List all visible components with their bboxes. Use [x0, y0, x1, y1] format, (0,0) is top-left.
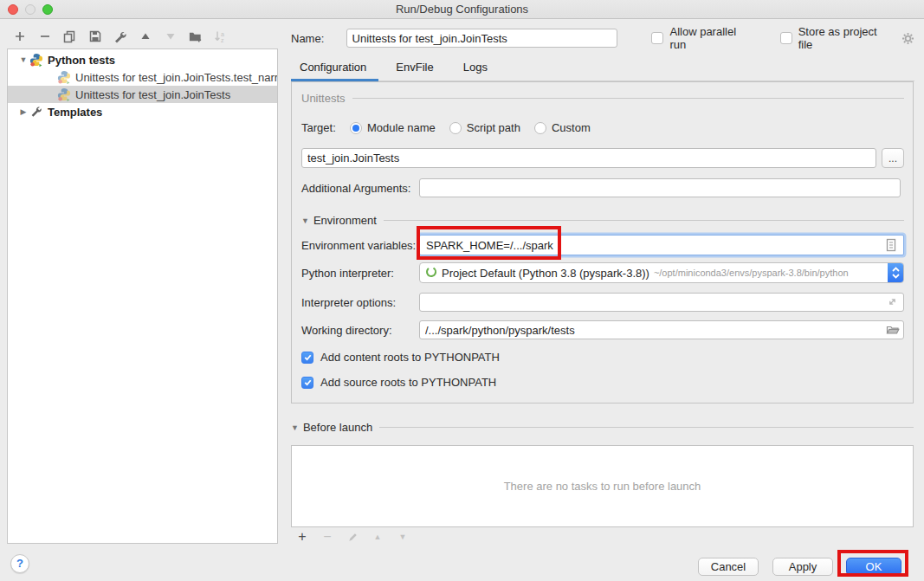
tree-item-label: Python tests: [48, 54, 115, 67]
configuration-panel: Unittests Target: Module name Script pat…: [291, 81, 914, 403]
unittests-section-title: Unittests: [301, 92, 346, 105]
working-directory-row: Working directory:: [301, 320, 904, 339]
python-interpreter-path: ~/opt/miniconda3/envs/pyspark-3.8/bin/py…: [654, 268, 849, 278]
environment-section-separator[interactable]: ▼ Environment: [301, 214, 904, 227]
allow-parallel-run-label: Allow parallel run: [669, 25, 754, 51]
python-interpreter-row: Python interpreter: Project Default (Pyt…: [301, 262, 904, 283]
add-content-roots-option[interactable]: Add content roots to PYTHONPATH: [301, 351, 500, 364]
conda-environment-icon: [425, 266, 437, 281]
browse-button[interactable]: ...: [882, 148, 904, 168]
title-bar: Run/Debug Configurations: [0, 0, 924, 19]
separator-line: [384, 220, 904, 221]
interpreter-options-row: Interpreter options:: [301, 293, 904, 312]
close-window-button[interactable]: [8, 4, 18, 15]
python-interpreter-select[interactable]: Project Default (Python 3.8 (pyspark-3.8…: [419, 262, 904, 283]
add-content-roots-label: Add content roots to PYTHONPATH: [320, 351, 500, 364]
name-input[interactable]: [346, 29, 618, 48]
edit-variables-icon[interactable]: [885, 238, 899, 252]
target-option-custom[interactable]: Custom: [534, 121, 591, 134]
folder-icon[interactable]: [886, 323, 900, 337]
module-name-radio[interactable]: [350, 122, 362, 134]
working-directory-input[interactable]: [419, 320, 904, 339]
ok-button[interactable]: OK: [846, 558, 901, 576]
edit-templates-icon[interactable]: [113, 29, 127, 44]
svg-text:z: z: [221, 37, 224, 43]
tab-configuration[interactable]: Configuration: [300, 56, 366, 81]
tree-item-label: Unittests for test_join.JoinTests.test_n…: [75, 71, 277, 84]
tree-item-python-tests[interactable]: ▼ Python tests: [8, 51, 277, 68]
templates-wrench-icon: [29, 105, 43, 119]
chevron-down-icon[interactable]: ▼: [291, 423, 299, 432]
additional-arguments-input[interactable]: [419, 178, 901, 197]
tab-envfile[interactable]: EnvFile: [396, 56, 433, 81]
environment-variables-input[interactable]: SPARK_HOME=/.../spark: [419, 235, 904, 255]
sort-configurations-icon: az: [213, 29, 228, 44]
move-up-icon[interactable]: [138, 29, 152, 44]
target-label: Target:: [301, 121, 350, 134]
run-debug-configurations-dialog: Run/Debug Configurations az: [0, 0, 924, 581]
tree-item-label: Unittests for test_join.JoinTests: [75, 88, 230, 101]
separator-line: [352, 98, 904, 99]
module-name-row: ...: [301, 148, 904, 168]
allow-parallel-run-option[interactable]: Allow parallel run: [651, 25, 754, 51]
chevron-right-icon[interactable]: ▶: [17, 107, 29, 116]
zoom-window-button[interactable]: [42, 4, 53, 15]
move-task-down-icon: ▼: [397, 531, 409, 543]
before-launch-title: Before launch: [303, 421, 372, 434]
tab-logs[interactable]: Logs: [463, 56, 488, 81]
chevron-down-icon[interactable]: ▼: [17, 55, 29, 64]
remove-task-icon: −: [321, 531, 333, 543]
minimize-window-button: [25, 4, 36, 15]
remove-configuration-icon[interactable]: [37, 29, 52, 44]
target-option-module-name[interactable]: Module name: [350, 121, 436, 134]
add-source-roots-option[interactable]: Add source roots to PYTHONPATH: [301, 376, 496, 389]
environment-section-title: Environment: [313, 214, 377, 227]
interpreter-options-input[interactable]: [419, 293, 904, 312]
copy-configuration-icon[interactable]: [62, 29, 77, 44]
before-launch-separator[interactable]: ▼ Before launch: [291, 421, 914, 434]
add-content-roots-checkbox[interactable]: [301, 352, 313, 364]
target-option-script-path[interactable]: Script path: [449, 121, 520, 134]
tree-item-unittests-test-narrow[interactable]: Unittests for test_join.JoinTests.test_n…: [8, 68, 277, 86]
add-configuration-icon[interactable]: [12, 29, 27, 44]
python-interpreter-label: Python interpreter:: [301, 267, 419, 280]
configurations-toolbar: az: [12, 28, 228, 45]
unittests-section-separator: Unittests: [301, 92, 904, 105]
add-source-roots-label: Add source roots to PYTHONPATH: [320, 376, 496, 389]
tree-item-label: Templates: [48, 106, 102, 119]
window-controls: [8, 4, 53, 15]
additional-arguments-label: Additional Arguments:: [301, 182, 419, 195]
custom-label: Custom: [552, 121, 591, 134]
environment-variables-row: Environment variables: SPARK_HOME=/.../s…: [301, 235, 904, 255]
new-folder-icon[interactable]: [188, 29, 203, 44]
tree-item-templates[interactable]: ▶ Templates: [8, 103, 277, 120]
tree-item-unittests-jointests-selected[interactable]: Unittests for test_join.JoinTests: [8, 86, 277, 103]
store-as-project-file-checkbox[interactable]: [780, 32, 792, 44]
store-as-project-file-option[interactable]: Store as project file: [780, 25, 894, 51]
environment-variables-value: SPARK_HOME=/.../spark: [426, 239, 553, 252]
empty-task-list-text: There are no tasks to run before launch: [504, 480, 701, 493]
window-title: Run/Debug Configurations: [396, 3, 528, 16]
python-tests-icon: [29, 53, 43, 67]
apply-button[interactable]: Apply: [772, 558, 833, 576]
expand-field-icon[interactable]: [886, 295, 900, 309]
module-name-input[interactable]: [301, 148, 876, 168]
add-source-roots-checkbox[interactable]: [301, 377, 313, 389]
script-path-radio[interactable]: [449, 122, 462, 134]
help-button[interactable]: ?: [10, 554, 29, 573]
name-row: Name: Allow parallel run Store as projec…: [291, 28, 914, 48]
separator-line: [379, 427, 914, 428]
add-task-icon[interactable]: +: [296, 531, 308, 543]
working-directory-label: Working directory:: [301, 324, 419, 337]
chevron-down-icon[interactable]: ▼: [301, 216, 309, 225]
before-launch-task-list: There are no tasks to run before launch: [291, 445, 914, 527]
dropdown-stepper-icon[interactable]: [888, 262, 904, 283]
additional-arguments-row: Additional Arguments:: [301, 178, 901, 197]
configurations-tree: ▼ Python tests Unittests for test_join.J…: [7, 48, 278, 544]
allow-parallel-run-checkbox[interactable]: [651, 32, 663, 44]
cancel-button[interactable]: Cancel: [698, 558, 759, 576]
svg-text:a: a: [221, 31, 224, 37]
save-configuration-icon[interactable]: [87, 29, 102, 44]
custom-radio[interactable]: [534, 122, 546, 134]
gear-icon[interactable]: [901, 32, 914, 45]
